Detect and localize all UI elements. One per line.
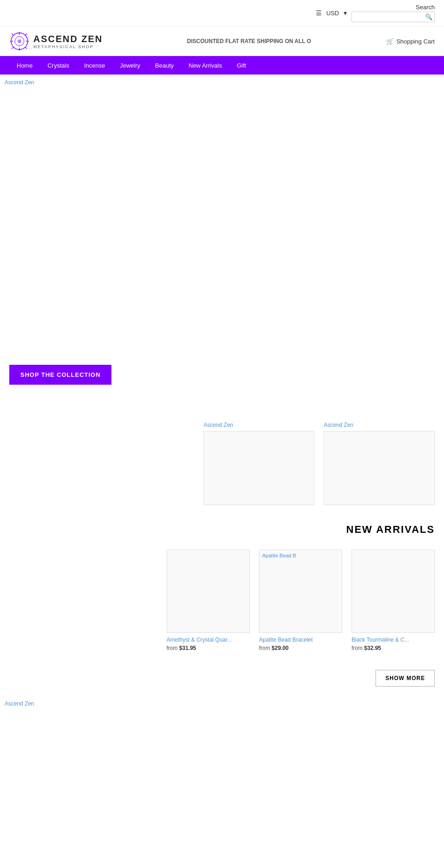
arrival-card-3-price: from $32.95 <box>352 645 435 651</box>
arrival-card-1-image[interactable] <box>166 550 250 633</box>
logo-area[interactable]: ASCEND ZEN METAPHYSICAL SHOP <box>9 31 103 51</box>
logo-bar: ASCEND ZEN METAPHYSICAL SHOP DISCOUNTED … <box>0 26 444 56</box>
footer-hero-section: Ascend Zen <box>0 696 444 868</box>
cart-area[interactable]: 🛒 Shopping Cart <box>386 38 435 45</box>
cart-icon: 🛒 <box>386 38 394 45</box>
product-card-1-image[interactable] <box>204 431 314 505</box>
search-container: Search 🔍 <box>352 4 435 22</box>
svg-line-9 <box>25 34 27 36</box>
arrival-card-2-image[interactable]: Apatite Bead B <box>259 550 342 633</box>
arrival-card-2-price-value: $29.00 <box>271 645 289 651</box>
arrival-card-1-price-value: $31.95 <box>179 645 196 651</box>
logo-name: ASCEND ZEN <box>33 34 103 44</box>
arrival-card-1: Amethyst & Crystal Quar... from $31.95 <box>166 550 250 651</box>
hero-breadcrumb[interactable]: Ascend Zen <box>5 79 34 86</box>
arrival-card-3-image[interactable] <box>352 550 435 633</box>
nav-item-incense[interactable]: Incense <box>77 56 113 75</box>
arrival-card-3: Black Tourmaline & C... from $32.95 <box>352 550 435 651</box>
new-arrivals-title: NEW ARRIVALS <box>9 524 435 536</box>
product-card-2-brand: Ascend Zen <box>324 422 435 428</box>
logo-icon <box>9 31 30 51</box>
svg-line-10 <box>12 47 14 49</box>
arrival-card-1-price: from $31.95 <box>166 645 250 651</box>
arrival-card-2: Apatite Bead B Apatite Bead Bracelet fro… <box>259 550 342 651</box>
arrival-card-3-price-from: from <box>352 645 363 651</box>
cart-label: Shopping Cart <box>396 38 435 45</box>
logo-subtitle: METAPHYSICAL SHOP <box>33 44 103 49</box>
currency-dropdown-icon[interactable]: ▾ <box>344 9 347 17</box>
nav-item-crystals[interactable]: Crystals <box>40 56 77 75</box>
nav-item-beauty[interactable]: Beauty <box>148 56 181 75</box>
nav-item-jewelry[interactable]: Jewelry <box>112 56 148 75</box>
utility-icon-btn[interactable]: ☰ <box>316 9 322 17</box>
search-submit-icon[interactable]: 🔍 <box>425 13 432 20</box>
product-card-1: Ascend Zen <box>204 422 314 505</box>
arrival-card-2-price-from: from <box>259 645 270 651</box>
nav-item-gift[interactable]: Gift <box>229 56 253 75</box>
nav-item-new-arrivals[interactable]: New Arrivals <box>181 56 229 75</box>
product-grid-section: Ascend Zen Ascend Zen <box>0 412 444 514</box>
arrivals-grid: Amethyst & Crystal Quar... from $31.95 A… <box>9 550 435 651</box>
logo-text: ASCEND ZEN METAPHYSICAL SHOP <box>33 34 103 49</box>
product-card-1-brand: Ascend Zen <box>204 422 314 428</box>
utility-bar: ☰ USD ▾ Search 🔍 <box>0 0 444 26</box>
hero-section: Ascend Zen SHOP THE COLLECTION <box>0 75 444 412</box>
show-more-row: SHOW MORE <box>0 661 444 696</box>
arrival-card-1-price-from: from <box>166 645 178 651</box>
search-input[interactable] <box>356 13 425 20</box>
nav-bar: Home Crystals Incense Jewelry Beauty New… <box>0 56 444 75</box>
currency-selector[interactable]: USD <box>327 10 339 17</box>
svg-point-2 <box>18 39 21 43</box>
arrival-card-2-price: from $29.00 <box>259 645 342 651</box>
product-card-2-image[interactable] <box>324 431 435 505</box>
product-card-2: Ascend Zen <box>324 422 435 505</box>
svg-line-8 <box>25 47 27 49</box>
arrival-card-2-title[interactable]: Apatite Bead Bracelet <box>259 637 342 643</box>
arrival-card-3-price-value: $32.95 <box>364 645 381 651</box>
footer-hero-breadcrumb[interactable]: Ascend Zen <box>5 700 34 707</box>
new-arrivals-section: NEW ARRIVALS Amethyst & Crystal Quar... … <box>0 514 444 661</box>
svg-line-7 <box>12 34 14 36</box>
shipping-banner: DISCOUNTED FLAT RATE SHIPPING ON ALL O <box>103 38 386 44</box>
search-label: Search <box>416 4 435 11</box>
show-more-button[interactable]: SHOW MORE <box>376 670 435 687</box>
arrival-card-3-title[interactable]: Black Tourmaline & C... <box>352 637 435 643</box>
shop-collection-button[interactable]: SHOP THE COLLECTION <box>9 365 111 385</box>
arrival-card-2-brand: Apatite Bead B <box>262 553 296 558</box>
search-input-row: 🔍 <box>352 12 435 22</box>
arrival-card-1-title[interactable]: Amethyst & Crystal Quar... <box>166 637 250 643</box>
nav-item-home[interactable]: Home <box>9 56 40 75</box>
